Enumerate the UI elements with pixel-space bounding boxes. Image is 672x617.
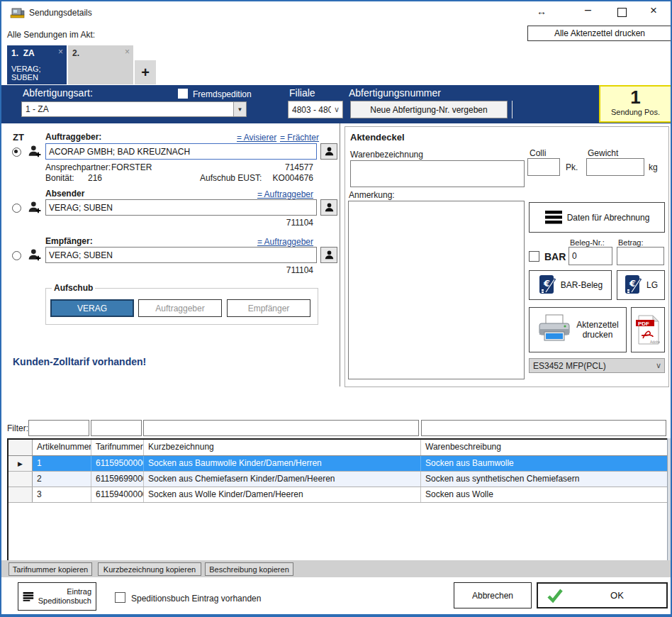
minimize-icon[interactable]: – <box>585 4 591 16</box>
euro-document-icon: € <box>538 274 556 296</box>
auftraggeber-person-button[interactable] <box>320 143 337 160</box>
person-icon <box>324 146 335 157</box>
empfaenger-equals-auftraggeber-link[interactable]: = Auftraggeber <box>257 237 313 247</box>
aufschub-eust-value: KO004676 <box>273 173 313 183</box>
chevron-down-icon: ∨ <box>331 105 342 114</box>
sendungsdetails-window: Sendungsdetails ↔ – × Alle Sendungen im … <box>0 0 672 617</box>
beleg-nr-input[interactable] <box>569 247 612 265</box>
fraechter-link[interactable]: = Frächter <box>280 133 319 143</box>
gewicht-label: Gewicht <box>588 148 618 158</box>
copy-kurzbezeichnung-button[interactable]: Kurzbezeichnung kopieren <box>98 562 201 576</box>
anmerkung-textarea[interactable] <box>348 201 525 379</box>
print-all-aktenzettel-button[interactable]: Alle Aktenzettel drucken <box>527 26 672 41</box>
window-title: Sendungsdetails <box>29 8 92 18</box>
zolltarif-note: Kunden-Zolltarif vorhanden! <box>13 356 146 367</box>
table-row[interactable]: 2 61159699000 Socken aus Chemiefasern Ki… <box>9 472 668 487</box>
filter-warenbeschreibung-input[interactable] <box>421 420 666 436</box>
sendung-pos-label: Sendung Pos. <box>600 108 671 116</box>
person-add-icon[interactable] <box>28 200 42 216</box>
aufschub-verag-button[interactable]: VERAG <box>50 299 134 317</box>
daten-abrechnung-button[interactable]: Daten für Abrechnung <box>529 202 665 233</box>
auftraggeber-number: 714577 <box>285 162 313 172</box>
zt-label: ZT <box>13 132 24 143</box>
copy-tarifnummer-button[interactable]: Tarifnummer kopieren <box>9 562 92 576</box>
new-abfertigungsnummer-button[interactable]: Neue Abfertigung-Nr. vergeben <box>350 101 508 118</box>
tab-close-icon[interactable]: × <box>125 48 130 56</box>
absender-equals-auftraggeber-link[interactable]: = Auftraggeber <box>257 189 313 199</box>
aufschub-auftraggeber-button[interactable]: Auftraggeber <box>138 299 222 317</box>
filter-kurzbezeichnung-input[interactable] <box>143 420 419 436</box>
add-tab-button[interactable]: + <box>135 60 156 84</box>
tab-shipment-1[interactable]: 1. ZA × VERAG; SUBEN <box>7 45 67 84</box>
table-row-selected[interactable]: ▶ 1 61159500000 Socken aus Baumwolle Kin… <box>9 456 668 472</box>
chevron-down-icon: ∨ <box>653 361 664 370</box>
empfaenger-radio[interactable] <box>12 251 21 260</box>
warenbezeichnung-label: Warenbezeichnung <box>350 150 423 160</box>
absender-input[interactable] <box>45 199 317 216</box>
filter-label: Filter: <box>7 423 28 433</box>
row-selector-header <box>9 440 33 455</box>
colli-label: Colli <box>530 148 546 158</box>
filiale-label: Filiale <box>289 87 315 99</box>
person-add-icon[interactable] <box>28 248 42 264</box>
eintrag-speditionsbuch-button[interactable]: Eintrag Speditionsbuch <box>18 582 96 611</box>
printer-select[interactable]: ES3452 MFP(PCL) ∨ <box>529 358 665 373</box>
aufschub-legend: Aufschub <box>52 283 95 293</box>
gewicht-input[interactable] <box>586 158 644 176</box>
fremdspedition-checkbox[interactable] <box>178 89 188 99</box>
table-scrollbar[interactable] <box>667 438 671 560</box>
filiale-select[interactable]: 4803 - 480 ∨ <box>288 101 343 118</box>
aufschub-group: Aufschub VERAG Auftraggeber Empfänger <box>45 288 318 325</box>
bar-checkbox[interactable] <box>529 251 539 262</box>
pdf-icon: PDF Adobe <box>636 314 660 345</box>
copy-beschreibung-button[interactable]: Beschreibung kopieren <box>205 562 293 576</box>
table-row[interactable]: 3 61159400000 Socken aus Wolle Kinder/Da… <box>9 487 668 503</box>
column-header[interactable]: Tarifnummer <box>91 440 144 455</box>
aktenzettel-drucken-button[interactable]: Aktenzettel drucken <box>529 307 627 352</box>
empfaenger-person-button[interactable] <box>320 247 337 263</box>
close-icon[interactable]: × <box>650 4 657 18</box>
betrag-input[interactable] <box>617 247 664 265</box>
ansprechpartner-value: FORSTER <box>111 162 152 172</box>
table-header-row: Artikelnummer Tarifnummer Kurzbezeichnun… <box>9 440 668 456</box>
absender-number: 711104 <box>286 218 313 228</box>
speditionsbuch-checkbox-label: Speditionsbuch Eintrag vorhanden <box>131 594 261 604</box>
auftraggeber-label: Auftraggeber: <box>45 132 101 142</box>
empfaenger-input[interactable] <box>45 247 317 263</box>
person-add-icon[interactable] <box>28 144 42 160</box>
person-icon <box>324 202 335 213</box>
resize-icon[interactable]: ↔ <box>537 6 547 17</box>
list-icon <box>544 210 563 226</box>
articles-table: Artikelnummer Tarifnummer Kurzbezeichnun… <box>7 438 670 563</box>
colli-input[interactable] <box>527 158 560 176</box>
bonitaet-value: 216 <box>88 173 102 183</box>
ok-button[interactable]: OK <box>537 582 668 608</box>
pdf-button[interactable]: PDF Adobe <box>631 307 665 352</box>
abfertigungsart-select[interactable]: 1 - ZA ▼ <box>21 101 247 117</box>
tab-shipment-2[interactable]: 2. × <box>68 45 133 84</box>
row-selector-icon: ▶ <box>18 460 23 467</box>
aufschub-eust-label: Aufschub EUST: <box>200 173 262 183</box>
svg-text:Adobe: Adobe <box>650 340 660 344</box>
abfertigungsart-label: Abfertigungsart: <box>23 87 93 99</box>
speditionsbuch-checkbox[interactable] <box>115 592 125 603</box>
bar-beleg-button[interactable]: € BAR-Beleg <box>529 270 612 300</box>
filter-artikelnummer-input[interactable] <box>28 420 89 436</box>
maximize-icon[interactable] <box>617 8 627 17</box>
column-header[interactable]: Warenbeschreibung <box>421 440 668 455</box>
warenbezeichnung-input[interactable] <box>350 160 525 187</box>
avisierer-link[interactable]: = Avisierer <box>237 133 276 143</box>
sendung-pos-value: 1 <box>600 87 671 108</box>
tab-close-icon[interactable]: × <box>58 48 63 56</box>
aufschub-empfaenger-button[interactable]: Empfänger <box>227 299 310 317</box>
filter-tarifnummer-input[interactable] <box>91 420 142 436</box>
lg-button[interactable]: € LG <box>617 270 665 300</box>
auftraggeber-input[interactable] <box>45 143 317 160</box>
abbrechen-button[interactable]: Abbrechen <box>454 582 532 608</box>
column-header[interactable]: Kurzbezeichnung <box>144 440 421 455</box>
column-header[interactable]: Artikelnummer <box>33 440 91 455</box>
absender-radio[interactable] <box>12 204 21 213</box>
euro-document-icon: € <box>624 274 642 296</box>
auftraggeber-radio[interactable] <box>12 148 21 157</box>
absender-person-button[interactable] <box>320 199 337 216</box>
